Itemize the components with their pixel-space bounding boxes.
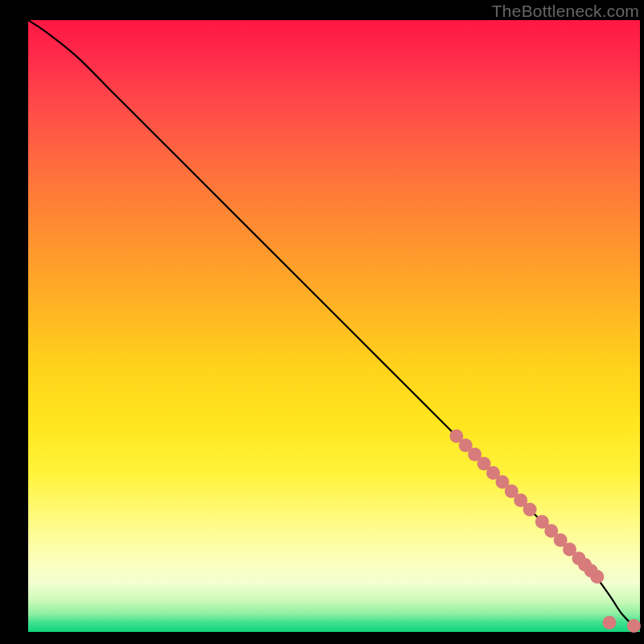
- chart-frame: TheBottleneck.com: [0, 0, 644, 644]
- data-point: [627, 619, 641, 633]
- chart-overlay: [28, 20, 640, 632]
- data-point: [523, 503, 537, 517]
- data-point: [603, 616, 617, 630]
- curve-line: [28, 20, 640, 629]
- plot-area: [28, 20, 640, 632]
- watermark-text: TheBottleneck.com: [492, 2, 639, 21]
- data-points-group: [450, 429, 641, 633]
- data-point: [590, 570, 604, 584]
